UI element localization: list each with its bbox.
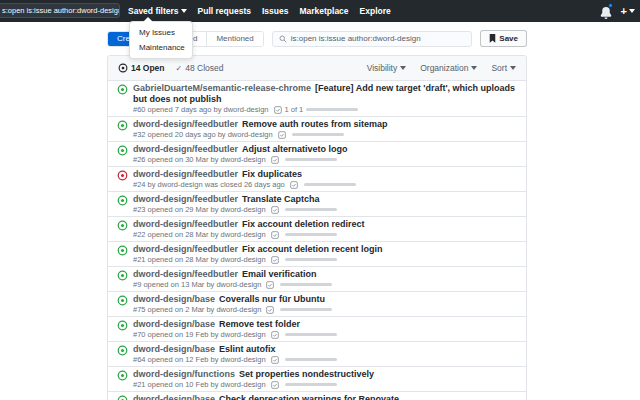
- nav-pull-requests[interactable]: Pull requests: [198, 6, 251, 16]
- issue-title-link[interactable]: Remove auth routes from sitemap: [242, 119, 388, 129]
- issue-repo-link[interactable]: dword-design/feedbutler: [133, 194, 238, 204]
- issue-repo-link[interactable]: dword-design/base: [133, 319, 215, 329]
- issue-row[interactable]: dword-design/feedbutlerRemove auth route…: [108, 116, 526, 141]
- issue-state-icon: [117, 270, 128, 281]
- issue-title-line: dword-design/baseEslint autofix: [133, 344, 516, 355]
- header-nav: Saved filters Pull requests Issues Marke…: [128, 0, 391, 22]
- open-closed-counts: 14 Open ✓ 48 Closed: [118, 63, 224, 73]
- checklist-icon: [271, 256, 279, 264]
- visibility-dropdown[interactable]: Visibility: [367, 63, 407, 73]
- chevron-down-icon: [510, 66, 516, 70]
- issue-title-link[interactable]: Fix account deletion redirect: [242, 219, 365, 229]
- nav-saved-filters[interactable]: Saved filters: [128, 6, 187, 16]
- issue-meta-text: #60 opened 7 days ago by dword-design: [133, 106, 269, 114]
- issue-row[interactable]: dword-design/feedbutlerAdjust alternativ…: [108, 141, 526, 166]
- issue-title-line: GabrielDuarteM/semantic-release-chrome[F…: [133, 83, 516, 104]
- tasklist-progress: [271, 331, 337, 339]
- tasklist-bar: [306, 108, 358, 111]
- tasklist-progress: [271, 356, 337, 364]
- menu-item-my-issues[interactable]: My Issues: [130, 25, 192, 40]
- save-button[interactable]: Save: [480, 30, 527, 47]
- tab-mentioned[interactable]: Mentioned: [206, 32, 262, 46]
- issue-row[interactable]: dword-design/functionsSet properties non…: [108, 366, 526, 391]
- issue-row[interactable]: dword-design/feedbutlerFix account delet…: [108, 216, 526, 241]
- issue-state-icon: [117, 395, 128, 400]
- issue-row[interactable]: GabrielDuarteM/semantic-release-chrome[F…: [108, 80, 526, 116]
- issue-meta: #64 opened on 12 Feb by dword-design: [133, 356, 516, 365]
- checklist-icon: [266, 306, 274, 314]
- tasklist-bar: [285, 158, 337, 161]
- issue-row[interactable]: dword-design/feedbutlerTranslate Captcha…: [108, 191, 526, 216]
- issue-state-icon: [117, 170, 128, 181]
- issue-title-link[interactable]: Eslint autofix: [219, 344, 276, 354]
- create-new-button[interactable]: +: [621, 6, 635, 17]
- open-issues-filter[interactable]: 14 Open: [118, 63, 165, 73]
- issue-title-line: dword-design/functionsSet properties non…: [133, 369, 516, 380]
- issue-row[interactable]: dword-design/feedbutlerEmail verificatio…: [108, 266, 526, 291]
- issue-meta: #32 opened 20 days ago by dword-design: [133, 131, 516, 140]
- organization-dropdown[interactable]: Organization: [420, 63, 477, 73]
- issue-meta: #9 opened on 13 Mar by dword-design: [133, 281, 516, 290]
- issue-body: GabrielDuarteM/semantic-release-chrome[F…: [133, 83, 516, 115]
- issue-repo-link[interactable]: dword-design/base: [133, 294, 215, 304]
- issue-meta: #23 opened on 29 Mar by dword-design: [133, 206, 516, 215]
- issue-row[interactable]: dword-design/baseRemove test folder #70 …: [108, 316, 526, 341]
- issue-repo-link[interactable]: GabrielDuarteM/semantic-release-chrome: [133, 83, 311, 93]
- issue-body: dword-design/feedbutlerFix account delet…: [133, 219, 516, 240]
- header-right-icons: +: [600, 0, 635, 22]
- issue-row[interactable]: dword-design/baseCheck deprecation warni…: [108, 391, 526, 400]
- checklist-icon: [271, 356, 279, 364]
- issue-body: dword-design/feedbutlerFix account delet…: [133, 244, 516, 265]
- issue-title-line: dword-design/feedbutlerFix duplicates: [133, 169, 516, 180]
- closed-issues-filter[interactable]: ✓ 48 Closed: [176, 63, 224, 73]
- issue-repo-link[interactable]: dword-design/feedbutler: [133, 144, 238, 154]
- check-icon: ✓: [176, 64, 183, 73]
- issue-repo-link[interactable]: dword-design/feedbutler: [133, 219, 238, 229]
- issue-repo-link[interactable]: dword-design/feedbutler: [133, 119, 238, 129]
- tasklist-bar: [280, 308, 332, 311]
- nav-explore[interactable]: Explore: [360, 6, 391, 16]
- tasklist-progress: [266, 281, 332, 289]
- menu-item-maintenance[interactable]: Maintenance: [130, 40, 192, 55]
- issue-title-link[interactable]: Translate Captcha: [242, 194, 320, 204]
- nav-issues[interactable]: Issues: [262, 6, 288, 16]
- tasklist-progress: [271, 156, 337, 164]
- issue-row[interactable]: dword-design/baseEslint autofix #64 open…: [108, 341, 526, 366]
- issue-row[interactable]: dword-design/baseCoveralls nur für Ubunt…: [108, 291, 526, 316]
- tasklist-progress: [290, 181, 356, 189]
- checklist-icon: [274, 106, 282, 114]
- issue-title-link[interactable]: Adjust alternativeto logo: [242, 144, 348, 154]
- issue-meta-text: #22 opened on 28 Mar by dword-design: [133, 231, 266, 239]
- issue-title-link[interactable]: Coveralls nur für Ubuntu: [219, 294, 325, 304]
- tasklist-bar: [285, 333, 337, 336]
- tasklist-count: 1 of 1: [285, 106, 304, 114]
- issue-repo-link[interactable]: dword-design/feedbutler: [133, 169, 238, 179]
- issue-title-link[interactable]: Remove test folder: [219, 319, 300, 329]
- issue-repo-link[interactable]: dword-design/base: [133, 394, 215, 400]
- saved-filters-menu: My Issues Maintenance: [129, 21, 193, 59]
- issue-title-link[interactable]: Email verification: [242, 269, 317, 279]
- issue-title-link[interactable]: Fix account deletion recent login: [242, 244, 383, 254]
- issue-state-icon: [117, 345, 128, 356]
- global-search-input[interactable]: s:open is:issue author:dword-design /: [0, 3, 120, 18]
- sort-dropdown[interactable]: Sort: [491, 63, 516, 73]
- issue-state-icon: [117, 295, 128, 306]
- nav-marketplace[interactable]: Marketplace: [299, 6, 348, 16]
- issue-row[interactable]: dword-design/feedbutlerFix duplicates #2…: [108, 166, 526, 191]
- issue-title-link[interactable]: Fix duplicates: [242, 169, 302, 179]
- issue-repo-link[interactable]: dword-design/functions: [133, 369, 235, 379]
- issue-title-link[interactable]: Set properties nondestructively: [239, 369, 374, 379]
- issue-title-link[interactable]: Check deprecation warnings for Renovate: [219, 394, 399, 400]
- checklist-icon: [278, 131, 286, 139]
- issue-meta-text: #70 opened on 19 Feb by dword-design: [133, 331, 266, 339]
- tasklist-bar: [292, 133, 344, 136]
- issue-repo-link[interactable]: dword-design/base: [133, 344, 215, 354]
- issue-row[interactable]: dword-design/feedbutlerFix account delet…: [108, 241, 526, 266]
- issue-opened-icon: [118, 63, 128, 73]
- notifications-bell-icon[interactable]: [600, 5, 612, 17]
- issues-search-input[interactable]: is:open is:issue author:dword-design: [272, 31, 473, 47]
- issue-repo-link[interactable]: dword-design/feedbutler: [133, 269, 238, 279]
- issue-repo-link[interactable]: dword-design/feedbutler: [133, 244, 238, 254]
- issue-title-line: dword-design/feedbutlerFix account delet…: [133, 244, 516, 255]
- issue-state-icon: [117, 195, 128, 206]
